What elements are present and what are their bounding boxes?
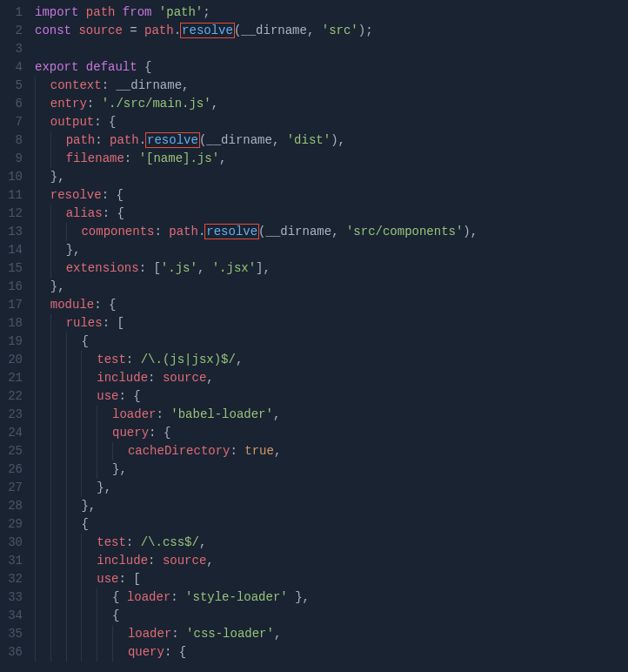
indent-guide	[81, 607, 82, 625]
token-prop: components	[81, 225, 154, 239]
code-line[interactable]: alias: {	[35, 205, 628, 223]
code-editor[interactable]: 1234567891011121314151617181920212223242…	[0, 3, 628, 662]
indent-guide	[81, 406, 82, 424]
token-id: source	[163, 371, 206, 385]
code-line[interactable]: {	[35, 333, 628, 351]
code-line[interactable]: },	[35, 479, 628, 497]
indent-guide	[35, 296, 36, 314]
code-line[interactable]: rules: [	[35, 314, 628, 333]
indent-guide	[97, 588, 97, 607]
indent-guide	[81, 570, 82, 588]
token-fn: resolve	[180, 23, 235, 38]
token-prop: loader	[128, 627, 171, 641]
indent-guide	[35, 278, 36, 296]
token-punc: ,	[199, 535, 206, 549]
code-line[interactable]: {	[35, 515, 628, 534]
token-prop: test	[97, 535, 126, 549]
line-number: 35	[0, 625, 23, 643]
token-id: path	[144, 24, 174, 37]
code-line[interactable]: },	[35, 278, 628, 296]
token-punc: ),	[463, 225, 478, 239]
code-line[interactable]: cacheDirectory: true,	[35, 442, 628, 460]
code-line[interactable]	[35, 40, 628, 58]
indent-guide	[81, 588, 82, 607]
indent-guide	[66, 515, 67, 534]
line-number: 31	[0, 552, 23, 570]
indent-guide	[35, 387, 36, 406]
code-line[interactable]: loader: 'css-loader',	[35, 625, 628, 643]
token-regex: /\.css$/	[141, 535, 199, 549]
indent-guide	[35, 424, 36, 442]
code-line[interactable]: filename: '[name].js',	[35, 150, 628, 168]
token-punc: :	[126, 353, 133, 366]
token-kw: import	[35, 5, 78, 19]
token-prop: entry	[50, 97, 87, 111]
code-line[interactable]: },	[35, 460, 628, 479]
token-punc: },	[66, 243, 81, 257]
code-line[interactable]: extensions: ['.js', '.jsx'],	[35, 259, 628, 278]
indent-guide	[66, 223, 67, 241]
code-line[interactable]: import path from 'path';	[35, 3, 628, 22]
line-number: 13	[0, 223, 23, 241]
token-punc: ,	[274, 627, 281, 641]
token-prop: cacheDirectory	[128, 444, 230, 458]
code-line[interactable]: resolve: {	[35, 186, 628, 205]
code-line[interactable]: query: {	[35, 424, 628, 442]
token-punc: :	[118, 389, 125, 403]
code-line[interactable]: },	[35, 497, 628, 515]
indent-guide	[35, 406, 36, 424]
code-line[interactable]: module: {	[35, 296, 628, 314]
code-line[interactable]: },	[35, 241, 628, 259]
indent-guide	[50, 333, 51, 351]
token-id: source	[163, 554, 206, 568]
code-line[interactable]: include: source,	[35, 552, 628, 570]
code-line[interactable]: { loader: 'style-loader' },	[35, 588, 628, 607]
indent-guide	[35, 369, 36, 387]
code-line[interactable]: const source = path.resolve(__dirname, '…	[35, 22, 628, 40]
code-line[interactable]: use: {	[35, 387, 628, 406]
token-punc: {	[144, 60, 151, 74]
code-content[interactable]: import path from 'path';const source = p…	[35, 3, 628, 662]
code-line[interactable]: entry: './src/main.js',	[35, 95, 628, 113]
code-line[interactable]: },	[35, 168, 628, 186]
indent-guide	[35, 625, 36, 643]
token-punc: {	[179, 645, 186, 659]
token-prop: module	[50, 298, 94, 312]
indent-guide	[112, 625, 113, 643]
code-line[interactable]: query: {	[35, 643, 628, 662]
token-punc: {	[117, 206, 124, 220]
token-punc: :	[94, 298, 101, 312]
token-prop: alias	[66, 206, 103, 220]
indent-guide	[81, 460, 82, 479]
indent-guide	[66, 460, 67, 479]
code-line[interactable]: use: [	[35, 570, 628, 588]
indent-guide	[66, 643, 67, 662]
token-prop: extensions	[66, 261, 139, 275]
token-punc: [	[133, 572, 140, 586]
line-number: 11	[0, 186, 23, 205]
line-number: 19	[0, 333, 23, 351]
token-punc: :	[102, 188, 109, 202]
line-number: 16	[0, 278, 23, 296]
code-line[interactable]: output: {	[35, 113, 628, 131]
indent-guide	[81, 643, 82, 662]
token-punc: ,	[206, 371, 213, 385]
code-line[interactable]: {	[35, 607, 628, 625]
token-punc: [	[117, 316, 124, 330]
indent-guide	[50, 442, 51, 460]
code-line[interactable]: include: source,	[35, 369, 628, 387]
code-line[interactable]: test: /\.(js|jsx)$/,	[35, 351, 628, 369]
indent-guide	[66, 442, 67, 460]
token-str: 'css-loader'	[186, 627, 274, 641]
token-prop: loader	[112, 407, 156, 421]
code-line[interactable]: test: /\.css$/,	[35, 534, 628, 552]
token-punc: {	[164, 426, 170, 440]
code-line[interactable]: path: path.resolve(__dirname, 'dist'),	[35, 131, 628, 150]
token-punc: },	[50, 170, 65, 184]
code-line[interactable]: context: __dirname,	[35, 77, 628, 95]
code-line[interactable]: export default {	[35, 58, 628, 77]
indent-guide	[50, 351, 51, 369]
code-line[interactable]: components: path.resolve(__dirname, 'src…	[35, 223, 628, 241]
token-punc: },	[112, 462, 127, 476]
code-line[interactable]: loader: 'babel-loader',	[35, 406, 628, 424]
